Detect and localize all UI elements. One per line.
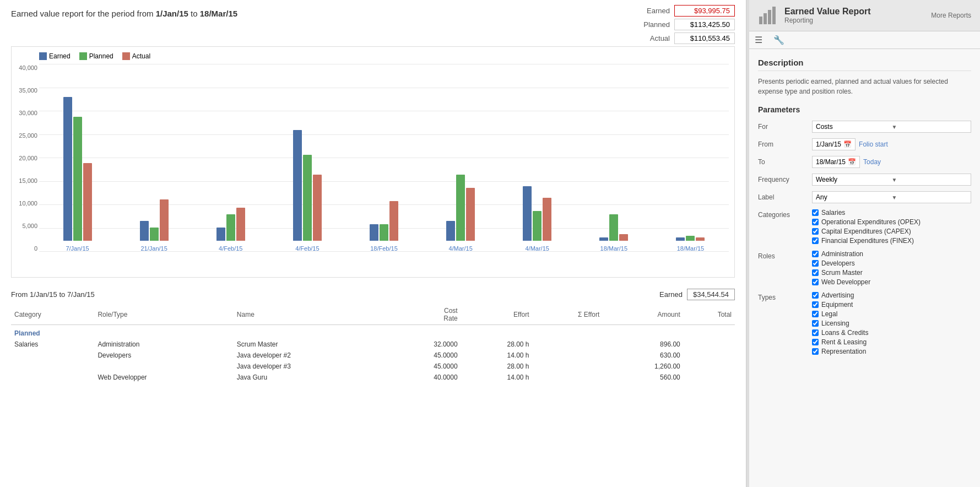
bar-group: 4/Mar/15	[423, 175, 499, 252]
checkbox[interactable]	[812, 292, 819, 299]
bar-group: 4/Mar/15	[499, 186, 576, 252]
cell-sigma_effort	[533, 372, 603, 383]
more-reports-link[interactable]: More Reports	[931, 12, 971, 19]
cell-role	[94, 361, 233, 372]
col-sigma-effort: Σ Effort	[533, 305, 603, 325]
bar-planned	[303, 155, 312, 241]
period-earned-box: Earned $34,544.54	[659, 289, 735, 300]
cell-effort: 28.00 h	[461, 339, 533, 350]
today-link[interactable]: Today	[863, 158, 881, 166]
date-to: 18/Mar/15	[200, 9, 237, 18]
sidebar-title-block: Earned Value Report Reporting	[784, 7, 924, 24]
param-types: Types AdvertisingEquipmentLegalLicensing…	[758, 291, 971, 355]
checkbox[interactable]	[812, 251, 819, 257]
wrench-button[interactable]: 🔧	[768, 31, 790, 48]
checkbox[interactable]	[812, 260, 819, 267]
right-sidebar: Earned Value Report Reporting More Repor…	[749, 0, 980, 487]
checkbox-item: Representation	[812, 348, 971, 355]
bar-group: 18/Mar/15	[652, 236, 729, 252]
legend-planned-label: Planned	[89, 52, 113, 60]
param-for: For Costs ▼	[758, 121, 971, 133]
checkbox-label: Capital Expenditures (CAPEX)	[821, 228, 911, 235]
report-title: Earned value report for the period from …	[11, 9, 735, 18]
checkbox[interactable]	[812, 237, 819, 244]
col-name: Name	[234, 305, 385, 325]
param-roles: Roles AdministrationDevelopersScrum Mast…	[758, 250, 971, 286]
checkbox[interactable]	[812, 301, 819, 308]
checkbox[interactable]	[812, 269, 819, 276]
to-date-input[interactable]: 18/Mar/15 📅	[812, 156, 860, 168]
x-axis-label: 18/Mar/15	[600, 245, 628, 252]
legend-earned: Earned	[39, 52, 71, 60]
frequency-select-value: Weekly	[816, 176, 892, 183]
roles-list: AdministrationDevelopersScrum MasterWeb …	[812, 250, 971, 286]
bar-actual	[83, 163, 92, 241]
x-axis-label: 4/Mar/15	[525, 245, 549, 252]
bar-group: 18/Feb/15	[345, 201, 422, 252]
parameters-title: Parameters	[758, 105, 971, 114]
bar-group: 4/Feb/15	[192, 208, 269, 252]
bar-earned	[523, 186, 532, 241]
checkbox-item: Scrum Master	[812, 269, 971, 277]
checkbox[interactable]	[812, 348, 819, 355]
checkbox[interactable]	[812, 320, 819, 327]
x-axis-label: 21/Jan/15	[140, 245, 167, 252]
cell-cost_rate: 45.0000	[385, 361, 461, 372]
checkbox[interactable]	[812, 228, 819, 235]
sidebar-controls: ☰ 🔧	[749, 31, 980, 49]
col-category: Category	[11, 305, 94, 325]
cell-total	[684, 361, 735, 372]
checkbox[interactable]	[812, 209, 819, 216]
checkbox-item: Salaries	[812, 209, 971, 217]
for-select[interactable]: Costs ▼	[812, 121, 971, 133]
bar-actual	[466, 188, 475, 241]
table-row: DevelopersJava developer #245.000014.00 …	[11, 350, 735, 361]
checkbox-item: Legal	[812, 310, 971, 318]
x-axis-label: 18/Feb/15	[370, 245, 398, 252]
for-label: For	[758, 121, 808, 131]
frequency-select[interactable]: Weekly ▼	[812, 174, 971, 186]
bar-actual	[313, 175, 322, 241]
bar-earned	[599, 237, 608, 241]
legend-actual-label: Actual	[132, 52, 150, 60]
bar-group: 21/Jan/15	[116, 199, 192, 252]
param-to: To 18/Mar/15 📅 Today	[758, 156, 971, 168]
checkbox-item: Administration	[812, 250, 971, 258]
checkbox[interactable]	[812, 339, 819, 345]
bar-actual	[236, 208, 245, 241]
hamburger-button[interactable]: ☰	[749, 31, 768, 48]
checkbox[interactable]	[812, 311, 819, 317]
checkbox-item: Web Developper	[812, 278, 971, 286]
checkbox-label: Loans & Credits	[821, 329, 868, 337]
actual-row: Actual $110,553.45	[643, 33, 735, 44]
actual-value: $110,553.45	[674, 33, 735, 44]
bar-planned	[226, 214, 235, 241]
label-select[interactable]: Any ▼	[812, 191, 971, 203]
bar-planned	[73, 117, 82, 241]
svg-rect-2	[768, 10, 771, 24]
from-date-input[interactable]: 1/Jan/15 📅	[812, 138, 856, 150]
calendar-icon-2: 📅	[848, 158, 856, 166]
cell-name: Java developer #3	[234, 361, 385, 372]
period-section: From 1/Jan/15 to 7/Jan/15 Earned $34,544…	[11, 289, 735, 383]
cell-effort: 28.00 h	[461, 361, 533, 372]
period-header: From 1/Jan/15 to 7/Jan/15 Earned $34,544…	[11, 289, 735, 300]
legend-actual: Actual	[122, 52, 150, 60]
label-label: Label	[758, 191, 808, 201]
checkbox[interactable]	[812, 279, 819, 285]
cell-category	[11, 361, 94, 372]
x-axis-label: 7/Jan/15	[66, 245, 89, 252]
types-list: AdvertisingEquipmentLegalLicensingLoans …	[812, 291, 971, 355]
folio-start-link[interactable]: Folio start	[859, 140, 888, 148]
cell-cost_rate: 45.0000	[385, 350, 461, 361]
cell-role: Developers	[94, 350, 233, 361]
bar-group: 7/Jan/15	[39, 97, 116, 252]
bar-actual	[160, 199, 169, 241]
description-title: Description	[758, 58, 971, 71]
checkbox[interactable]	[812, 219, 819, 225]
checkbox-label: Financial Expenditures (FINEX)	[821, 237, 914, 245]
checkbox-item: Rent & Leasing	[812, 338, 971, 346]
checkbox[interactable]	[812, 329, 819, 336]
bar-groups: 7/Jan/1521/Jan/154/Feb/154/Feb/1518/Feb/…	[39, 64, 729, 252]
categories-value: SalariesOperational Expenditures (OPEX)C…	[812, 209, 971, 245]
